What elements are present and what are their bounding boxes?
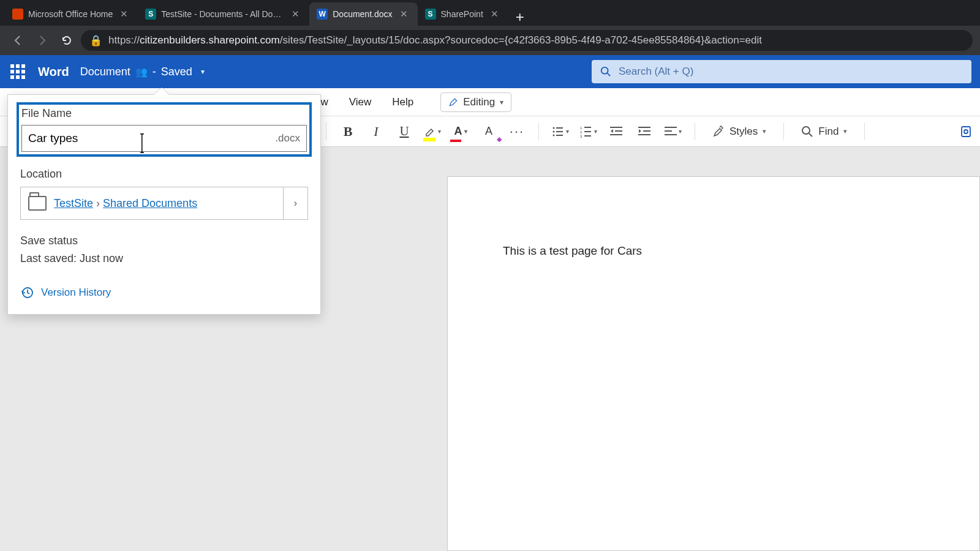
bold-button[interactable]: B <box>337 121 358 142</box>
app-bar: Word Document 👥 - Saved ▾ Search (Alt + … <box>0 55 980 88</box>
svg-rect-8 <box>584 127 591 128</box>
svg-rect-10 <box>584 131 591 132</box>
file-name-input[interactable] <box>28 132 275 145</box>
file-rename-callout: File Name .docx Location TestSite › Shar… <box>7 94 321 315</box>
save-status-label: Save status <box>20 234 308 247</box>
close-icon[interactable]: ✕ <box>289 9 302 20</box>
file-name-field-wrapper: .docx <box>21 125 307 152</box>
app-launcher-icon[interactable] <box>9 62 27 81</box>
new-tab-button[interactable]: + <box>508 9 532 26</box>
svg-rect-28 <box>140 152 144 154</box>
editing-mode-dropdown[interactable]: Editing ▾ <box>440 92 511 112</box>
chevron-down-icon: ▾ <box>500 98 503 107</box>
browser-tab-active[interactable]: W Document.docx ✕ <box>309 2 417 26</box>
separator <box>326 123 326 140</box>
text-cursor-icon <box>140 133 144 153</box>
separator <box>864 123 865 140</box>
reload-button[interactable] <box>56 30 77 51</box>
url-field[interactable]: 🔒 https://citizenbuilders.sharepoint.com… <box>81 30 973 51</box>
search-placeholder: Search (Alt + Q) <box>619 66 693 78</box>
italic-button[interactable]: I <box>366 121 386 142</box>
svg-rect-23 <box>962 127 970 137</box>
svg-point-22 <box>802 127 810 134</box>
bulleted-list-button[interactable] <box>550 121 571 142</box>
version-history-button[interactable]: Version History <box>20 286 308 299</box>
svg-rect-17 <box>643 130 650 132</box>
browser-tab[interactable]: Microsoft Office Home ✕ <box>5 2 138 26</box>
svg-text:2: 2 <box>580 130 582 134</box>
pen-icon <box>448 97 458 107</box>
chevron-right-icon: › <box>96 197 103 209</box>
breadcrumb-site-link[interactable]: TestSite <box>54 197 93 209</box>
save-status-value: Last saved: Just now <box>20 252 308 265</box>
breadcrumb-library-link[interactable]: Shared Documents <box>103 197 197 209</box>
svg-rect-27 <box>140 133 144 135</box>
find-dropdown[interactable]: Find ▾ <box>795 126 853 138</box>
location-row: TestSite › Shared Documents › <box>20 187 308 220</box>
close-icon[interactable]: ✕ <box>398 9 410 20</box>
location-breadcrumb[interactable]: TestSite › Shared Documents <box>20 187 284 220</box>
tab-title: SharePoint <box>441 9 483 19</box>
office-favicon <box>12 9 23 20</box>
align-button[interactable] <box>663 121 684 142</box>
svg-text:1: 1 <box>580 126 582 130</box>
highlight-color-button[interactable] <box>422 121 443 142</box>
svg-point-24 <box>964 130 968 133</box>
save-state: Saved <box>161 66 192 78</box>
chevron-down-icon: ▾ <box>843 127 847 135</box>
svg-rect-4 <box>556 131 563 132</box>
styles-icon <box>712 126 725 138</box>
clear-formatting-button[interactable]: A◆ <box>478 121 499 142</box>
search-input[interactable]: Search (Alt + Q) <box>592 60 971 83</box>
chevron-down-icon: ▾ <box>763 127 766 135</box>
chevron-down-icon: ▾ <box>197 67 205 76</box>
folder-icon <box>28 196 47 211</box>
increase-indent-button[interactable] <box>635 121 655 142</box>
lock-icon: 🔒 <box>89 34 102 47</box>
location-expand-button[interactable]: › <box>284 187 308 220</box>
svg-rect-2 <box>556 127 563 129</box>
location-label: Location <box>20 168 308 181</box>
tab-title: TestSite - Documents - All Docum <box>161 9 284 19</box>
document-page[interactable]: This is a test page for Cars <box>447 176 980 551</box>
sharepoint-favicon: S <box>145 9 156 20</box>
close-icon[interactable]: ✕ <box>488 9 501 20</box>
styles-label: Styles <box>729 126 758 138</box>
svg-point-1 <box>553 127 555 129</box>
decrease-indent-button[interactable] <box>606 121 627 142</box>
svg-rect-6 <box>556 135 563 136</box>
file-name-label: File Name <box>21 107 307 120</box>
file-extension: .docx <box>275 132 300 144</box>
tab-view[interactable]: View <box>349 96 372 108</box>
close-icon[interactable]: ✕ <box>118 9 130 20</box>
svg-rect-21 <box>665 134 677 135</box>
sharepoint-favicon: S <box>425 9 436 20</box>
styles-dropdown[interactable]: Styles ▾ <box>706 126 772 138</box>
app-name: Word <box>38 65 69 79</box>
history-icon <box>20 286 34 299</box>
browser-tab[interactable]: S TestSite - Documents - All Docum ✕ <box>138 2 309 26</box>
editing-label: Editing <box>463 96 495 108</box>
more-options-button[interactable]: ··· <box>507 121 527 142</box>
dictate-button[interactable] <box>956 121 976 142</box>
tab-title: Microsoft Office Home <box>28 9 113 19</box>
svg-point-0 <box>601 67 608 74</box>
svg-rect-18 <box>638 134 650 135</box>
document-title-dropdown[interactable]: Document 👥 - Saved ▾ <box>80 66 205 78</box>
word-favicon: W <box>317 9 328 20</box>
forward-button[interactable] <box>32 30 53 51</box>
svg-rect-20 <box>665 130 672 132</box>
separator <box>538 123 539 140</box>
numbered-list-button[interactable]: 123 <box>578 121 599 142</box>
underline-button[interactable]: U <box>394 121 415 142</box>
callout-arrow <box>154 88 169 95</box>
tab-help[interactable]: Help <box>392 96 413 108</box>
back-button[interactable] <box>7 30 28 51</box>
svg-rect-19 <box>665 127 677 128</box>
breadcrumb-text: TestSite › Shared Documents <box>54 197 197 210</box>
svg-rect-12 <box>584 135 591 137</box>
separator <box>783 123 784 140</box>
svg-rect-26 <box>141 133 143 153</box>
font-color-button[interactable]: A <box>450 121 471 142</box>
browser-tab[interactable]: S SharePoint ✕ <box>418 2 508 26</box>
